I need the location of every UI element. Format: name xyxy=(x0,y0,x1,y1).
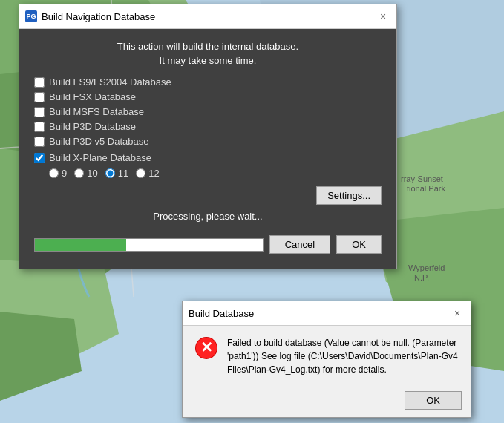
radio-v10-input[interactable] xyxy=(74,168,84,178)
processing-text: Processing, please wait... xyxy=(34,211,382,222)
checkbox-xplane-input[interactable] xyxy=(34,153,45,163)
xplane-section: Build X-Plane Database 9 10 11 xyxy=(34,152,382,179)
checkbox-p3d5[interactable]: Build P3D v5 Database xyxy=(34,136,382,147)
radio-v12-input[interactable] xyxy=(136,168,145,178)
checkbox-p3d5-label: Build P3D v5 Database xyxy=(49,136,148,147)
progress-row: Cancel OK xyxy=(34,229,382,260)
checkbox-fsx[interactable]: Build FSX Database xyxy=(34,91,382,102)
radio-v10-label: 10 xyxy=(87,168,97,179)
checkbox-fs9-label: Build FS9/FS2004 Database xyxy=(49,76,171,88)
svg-text:Wyperfeld: Wyperfeld xyxy=(408,263,445,272)
checkbox-msfs-label: Build MSFS Database xyxy=(49,106,144,117)
radio-v10[interactable]: 10 xyxy=(74,168,97,179)
radio-v12[interactable]: 12 xyxy=(136,168,159,179)
error-icon: ✕ xyxy=(194,336,218,360)
ok-error-button[interactable]: OK xyxy=(405,391,462,410)
radio-v9-label: 9 xyxy=(62,168,67,179)
main-dialog-titlebar: PG Build Navigation Database × xyxy=(19,4,396,29)
info-line2: It may take some time. xyxy=(34,55,382,66)
checkbox-p3d-label: Build P3D Database xyxy=(49,121,136,132)
error-dialog-close-button[interactable]: × xyxy=(450,306,465,321)
radio-v12-label: 12 xyxy=(148,168,159,179)
info-line1: This action will build the internal data… xyxy=(34,41,382,52)
error-dialog: Build Database × ✕ Failed to build datab… xyxy=(182,301,471,418)
app-icon: PG xyxy=(25,10,37,22)
cancel-button[interactable]: Cancel xyxy=(269,235,330,254)
checkbox-xplane-label: Build X-Plane Database xyxy=(49,152,151,163)
error-dialog-titlebar: Build Database × xyxy=(183,301,471,326)
svg-text:tional Park: tional Park xyxy=(407,184,445,193)
main-dialog: PG Build Navigation Database × This acti… xyxy=(19,4,397,269)
main-dialog-title: Build Navigation Database xyxy=(42,11,376,22)
checkbox-p3d[interactable]: Build P3D Database xyxy=(34,121,382,132)
progress-bar-fill xyxy=(35,239,126,251)
checkbox-p3d5-input[interactable] xyxy=(34,137,45,147)
radio-v11-input[interactable] xyxy=(105,168,115,178)
error-body: ✕ Failed to build database (Value cannot… xyxy=(183,326,471,387)
checkbox-xplane[interactable]: Build X-Plane Database xyxy=(34,152,382,163)
checkbox-fsx-input[interactable] xyxy=(34,92,45,102)
main-dialog-body: This action will build the internal data… xyxy=(19,29,396,269)
radio-v9-input[interactable] xyxy=(49,168,59,178)
error-message: Failed to build database (Value cannot b… xyxy=(227,336,459,376)
checkbox-fs9-input[interactable] xyxy=(34,77,45,88)
svg-text:N.P.: N.P. xyxy=(414,273,429,282)
svg-text:rray-Sunset: rray-Sunset xyxy=(401,174,443,183)
progress-bar-container xyxy=(34,238,264,252)
checkbox-group: Build FS9/FS2004 Database Build FSX Data… xyxy=(34,76,382,179)
error-footer: OK xyxy=(183,387,471,417)
xplane-version-group: 9 10 11 12 xyxy=(49,168,382,179)
checkbox-msfs[interactable]: Build MSFS Database xyxy=(34,106,382,117)
settings-row: Settings... xyxy=(34,186,382,205)
radio-v11-label: 11 xyxy=(118,168,128,179)
ok-main-button[interactable]: OK xyxy=(336,235,382,254)
dialog-info: This action will build the internal data… xyxy=(34,41,382,66)
main-dialog-close-button[interactable]: × xyxy=(376,9,390,24)
checkbox-fs9[interactable]: Build FS9/FS2004 Database xyxy=(34,76,382,88)
radio-v9[interactable]: 9 xyxy=(49,168,67,179)
checkbox-msfs-input[interactable] xyxy=(34,107,45,117)
settings-button[interactable]: Settings... xyxy=(316,186,382,205)
checkbox-p3d-input[interactable] xyxy=(34,122,45,132)
checkbox-fsx-label: Build FSX Database xyxy=(49,91,136,102)
radio-v11[interactable]: 11 xyxy=(105,168,128,179)
error-dialog-title: Build Database xyxy=(189,308,450,319)
svg-text:✕: ✕ xyxy=(200,339,213,355)
